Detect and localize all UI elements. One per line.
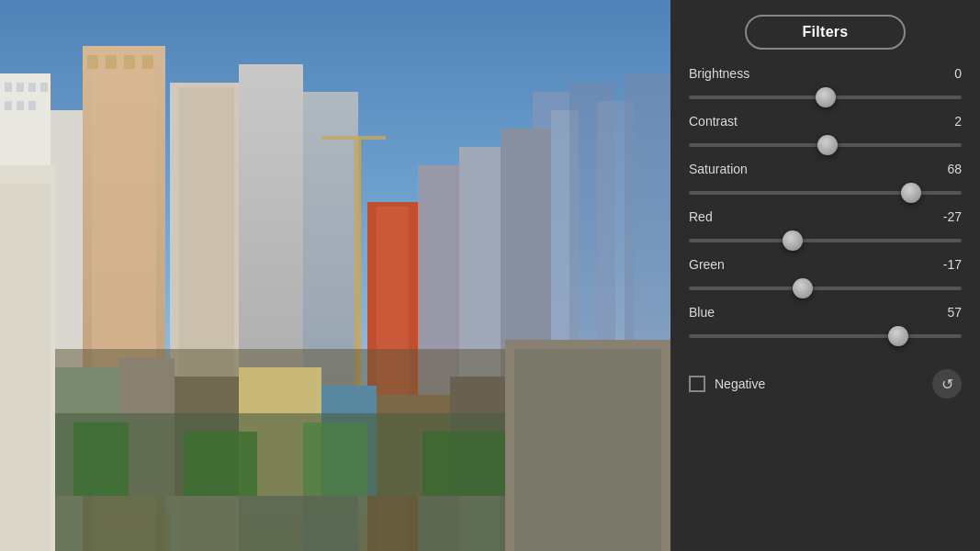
filter-slider-contrast[interactable] — [689, 143, 962, 147]
svg-rect-14 — [28, 101, 36, 110]
filter-slider-saturation[interactable] — [689, 191, 962, 195]
filter-label-row-saturation: Saturation 68 — [689, 162, 962, 176]
filter-slider-green[interactable] — [689, 287, 962, 290]
svg-rect-8 — [5, 83, 12, 92]
svg-rect-18 — [106, 55, 117, 69]
filter-name-red: Red — [689, 209, 713, 224]
filter-slider-blue[interactable] — [689, 334, 962, 338]
svg-rect-44 — [184, 432, 257, 496]
svg-rect-49 — [514, 349, 661, 551]
negative-row: Negative ↺ — [689, 362, 962, 399]
filters-header: Filters — [689, 15, 962, 50]
negative-left: Negative — [689, 376, 765, 392]
filter-value-contrast: 2 — [934, 114, 962, 129]
svg-rect-51 — [0, 184, 51, 551]
svg-rect-43 — [73, 422, 129, 496]
negative-label: Negative — [715, 377, 765, 391]
svg-rect-10 — [28, 83, 36, 92]
svg-rect-26 — [321, 136, 386, 140]
filter-label-row-blue: Blue 57 — [689, 305, 962, 320]
filter-name-brightness: Brightness — [689, 66, 749, 81]
svg-rect-17 — [87, 55, 98, 69]
filter-slider-red[interactable] — [689, 239, 962, 242]
filter-row-contrast: Contrast 2 — [689, 114, 962, 151]
filter-value-saturation: 68 — [934, 162, 962, 176]
filter-label-row-brightness: Brightness 0 — [689, 66, 962, 81]
filter-name-green: Green — [689, 257, 725, 272]
filter-name-saturation: Saturation — [689, 162, 748, 176]
filter-value-red: -27 — [934, 209, 962, 224]
sidebar-panel: Filters Brightness 0 Contrast 2 Saturati… — [670, 0, 980, 551]
svg-rect-11 — [40, 83, 48, 92]
reset-button[interactable]: ↺ — [932, 369, 962, 399]
image-panel — [0, 0, 670, 551]
svg-rect-13 — [17, 101, 24, 110]
filter-label-row-green: Green -17 — [689, 257, 962, 272]
filter-value-green: -17 — [934, 257, 962, 272]
negative-checkbox[interactable] — [689, 376, 705, 392]
svg-rect-12 — [5, 101, 12, 110]
svg-rect-5 — [625, 73, 670, 349]
filter-slider-brightness[interactable] — [689, 96, 962, 99]
reset-icon: ↺ — [941, 376, 953, 393]
filters-container: Brightness 0 Contrast 2 Saturation 68 Re… — [689, 66, 962, 353]
filter-row-red: Red -27 — [689, 209, 962, 246]
filter-value-brightness: 0 — [934, 66, 962, 81]
svg-rect-9 — [17, 83, 24, 92]
filter-row-blue: Blue 57 — [689, 305, 962, 342]
svg-rect-20 — [142, 55, 153, 69]
svg-rect-46 — [422, 432, 505, 496]
filter-row-brightness: Brightness 0 — [689, 66, 962, 103]
filter-label-row-contrast: Contrast 2 — [689, 114, 962, 129]
filter-label-row-red: Red -27 — [689, 209, 962, 224]
filter-name-contrast: Contrast — [689, 114, 738, 129]
filter-value-blue: 57 — [934, 305, 962, 320]
svg-rect-19 — [124, 55, 135, 69]
svg-rect-45 — [303, 422, 367, 496]
filter-row-green: Green -17 — [689, 257, 962, 294]
filter-name-blue: Blue — [689, 305, 715, 320]
filter-row-saturation: Saturation 68 — [689, 162, 962, 198]
filters-button[interactable]: Filters — [745, 15, 905, 50]
